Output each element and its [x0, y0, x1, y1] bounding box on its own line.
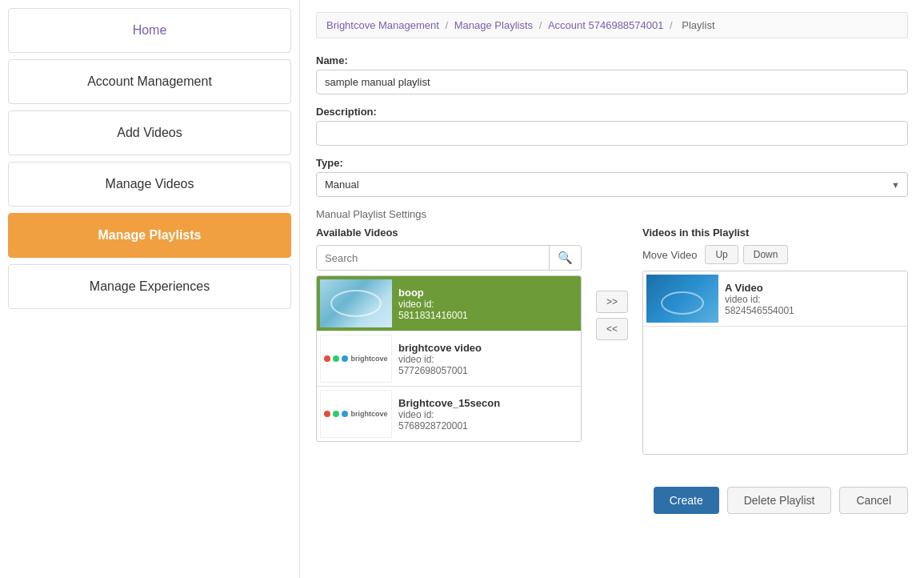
sidebar-item-manage-playlists[interactable]: Manage Playlists: [8, 213, 291, 258]
logo: brightcove: [324, 410, 387, 418]
video-id: video id:5772698057001: [398, 354, 578, 376]
breadcrumb: Brightcove Management / Manage Playlists…: [316, 12, 908, 38]
name-field-group: Name:: [316, 54, 908, 94]
video-name: brightcove video: [398, 342, 578, 354]
name-label: Name:: [316, 54, 908, 66]
available-video-item[interactable]: brightcove brightcove video video id:577…: [317, 331, 581, 387]
video-info: A Video video id:5824546554001: [725, 282, 904, 316]
video-thumbnail: brightcove: [320, 390, 392, 438]
delete-playlist-button[interactable]: Delete Playlist: [727, 487, 832, 514]
playlist-videos-panel: Videos in this Playlist Move Video Up Do…: [642, 227, 908, 455]
remove-from-playlist-button[interactable]: <<: [596, 318, 628, 340]
logo-blue: [342, 355, 348, 362]
video-id: video id:5811831416001: [398, 299, 578, 321]
description-field-group: Description:: [316, 106, 908, 146]
sidebar: HomeAccount ManagementAdd VideosManage V…: [0, 0, 300, 578]
video-info: Brightcove_15secon video id:576892872000…: [398, 397, 578, 431]
video-info: brightcove video video id:5772698057001: [398, 342, 578, 376]
logo-blue: [342, 411, 348, 417]
available-videos-panel: Available Videos 🔍 boop video id:5811831…: [316, 227, 582, 442]
logo-green: [333, 411, 339, 417]
video-name: A Video: [725, 282, 904, 294]
video-thumbnail: [646, 275, 718, 323]
video-id: video id:5824546554001: [725, 294, 904, 316]
sidebar-item-add-videos[interactable]: Add Videos: [8, 110, 291, 155]
logo-text: brightcove: [350, 355, 387, 363]
type-label: Type:: [316, 157, 908, 169]
logo-red: [324, 355, 330, 362]
available-video-list[interactable]: boop video id:5811831416001 brightcove b…: [316, 275, 582, 442]
playlist-video-item[interactable]: A Video video id:5824546554001: [643, 271, 907, 327]
sidebar-item-account-management[interactable]: Account Management: [8, 59, 291, 104]
move-video-bar: Move Video Up Down: [642, 245, 908, 264]
video-thumbnail: brightcove: [320, 335, 392, 383]
main-content: Brightcove Management / Manage Playlists…: [300, 0, 924, 578]
search-input[interactable]: [317, 247, 549, 270]
description-label: Description:: [316, 106, 908, 118]
available-video-item[interactable]: brightcove Brightcove_15secon video id:5…: [317, 387, 581, 441]
video-thumbnail: [320, 279, 392, 327]
type-select-wrapper: Manual Smart: [316, 172, 908, 197]
video-name: Brightcove_15secon: [398, 397, 578, 409]
sidebar-item-home[interactable]: Home: [8, 8, 291, 53]
move-up-button[interactable]: Up: [705, 245, 738, 264]
video-info: boop video id:5811831416001: [398, 287, 578, 321]
logo: brightcove: [324, 355, 387, 363]
breadcrumb-link-1[interactable]: Manage Playlists: [454, 19, 533, 31]
playlist-video-list[interactable]: A Video video id:5824546554001: [642, 271, 908, 455]
type-select[interactable]: Manual Smart: [316, 172, 908, 197]
video-id: video id:5768928720001: [398, 409, 578, 431]
logo-green: [333, 355, 339, 362]
video-name: boop: [398, 287, 578, 299]
type-field-group: Type: Manual Smart: [316, 157, 908, 197]
available-videos-title: Available Videos: [316, 227, 582, 239]
playlist-section: Manual Playlist Settings Available Video…: [316, 208, 908, 455]
add-to-playlist-button[interactable]: >>: [596, 291, 628, 313]
columns-layout: Available Videos 🔍 boop video id:5811831…: [316, 227, 908, 455]
logo-red: [324, 411, 330, 417]
sidebar-item-manage-videos[interactable]: Manage Videos: [8, 162, 291, 207]
search-button[interactable]: 🔍: [549, 246, 581, 270]
logo-text: brightcove: [350, 410, 387, 418]
create-button[interactable]: Create: [654, 487, 719, 514]
playlist-videos-title: Videos in this Playlist: [642, 227, 908, 239]
breadcrumb-link-2[interactable]: Account 5746988574001: [548, 19, 664, 31]
description-input[interactable]: [316, 121, 908, 146]
playlist-section-title: Manual Playlist Settings: [316, 208, 908, 220]
bottom-actions: Create Delete Playlist Cancel: [316, 479, 908, 514]
sidebar-item-manage-experiences[interactable]: Manage Experiences: [8, 264, 291, 309]
name-input[interactable]: [316, 70, 908, 94]
move-video-label: Move Video: [642, 249, 697, 261]
breadcrumb-current: Playlist: [682, 19, 714, 31]
move-down-button[interactable]: Down: [743, 245, 789, 264]
search-bar: 🔍: [316, 245, 582, 271]
breadcrumb-link-0[interactable]: Brightcove Management: [326, 19, 439, 31]
cancel-button[interactable]: Cancel: [839, 487, 908, 514]
arrow-buttons: >> <<: [590, 291, 634, 340]
available-video-item[interactable]: boop video id:5811831416001: [317, 276, 581, 331]
